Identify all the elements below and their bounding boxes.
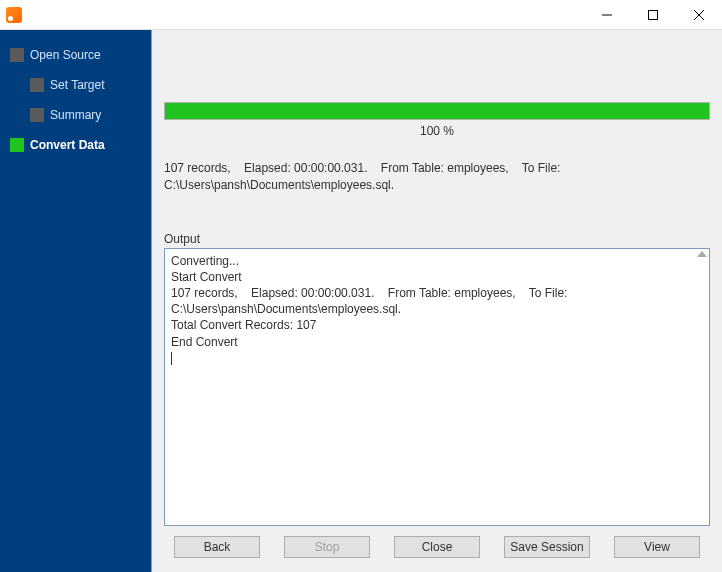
progress-bar xyxy=(164,102,710,120)
step-box-icon xyxy=(30,108,44,122)
content-panel: 100 % 107 records, Elapsed: 00:00:00.031… xyxy=(151,30,722,572)
stop-button: Stop xyxy=(284,536,370,558)
wizard-sidebar: Open Source Set Target Summary Convert D… xyxy=(0,30,151,572)
sidebar-item-label: Set Target xyxy=(50,78,104,92)
close-button[interactable]: Close xyxy=(394,536,480,558)
back-button[interactable]: Back xyxy=(174,536,260,558)
text-caret xyxy=(171,352,172,365)
step-box-icon xyxy=(10,138,24,152)
minimize-button[interactable] xyxy=(584,0,630,29)
view-button[interactable]: View xyxy=(614,536,700,558)
sidebar-item-open-source[interactable]: Open Source xyxy=(0,40,151,70)
sidebar-item-label: Open Source xyxy=(30,48,101,62)
progress-percent-label: 100 % xyxy=(164,124,710,138)
sidebar-item-convert-data[interactable]: Convert Data xyxy=(0,130,151,160)
output-text: Converting... Start Convert 107 records,… xyxy=(171,254,571,349)
close-window-button[interactable] xyxy=(676,0,722,29)
output-textarea[interactable]: Converting... Start Convert 107 records,… xyxy=(164,248,710,526)
sidebar-item-set-target[interactable]: Set Target xyxy=(0,70,151,100)
svg-line-3 xyxy=(694,10,704,20)
save-session-button[interactable]: Save Session xyxy=(504,536,590,558)
svg-line-2 xyxy=(694,10,704,20)
summary-text: 107 records, Elapsed: 00:00:00.031. From… xyxy=(164,160,710,194)
step-box-icon xyxy=(10,48,24,62)
progress-bar-fill xyxy=(165,103,709,119)
step-box-icon xyxy=(30,78,44,92)
app-icon xyxy=(6,7,22,23)
titlebar xyxy=(0,0,722,30)
sidebar-item-label: Summary xyxy=(50,108,101,122)
sidebar-item-summary[interactable]: Summary xyxy=(0,100,151,130)
svg-rect-1 xyxy=(649,10,658,19)
sidebar-item-label: Convert Data xyxy=(30,138,105,152)
output-label: Output xyxy=(164,232,710,246)
maximize-button[interactable] xyxy=(630,0,676,29)
button-row: Back Stop Close Save Session View xyxy=(164,526,710,564)
